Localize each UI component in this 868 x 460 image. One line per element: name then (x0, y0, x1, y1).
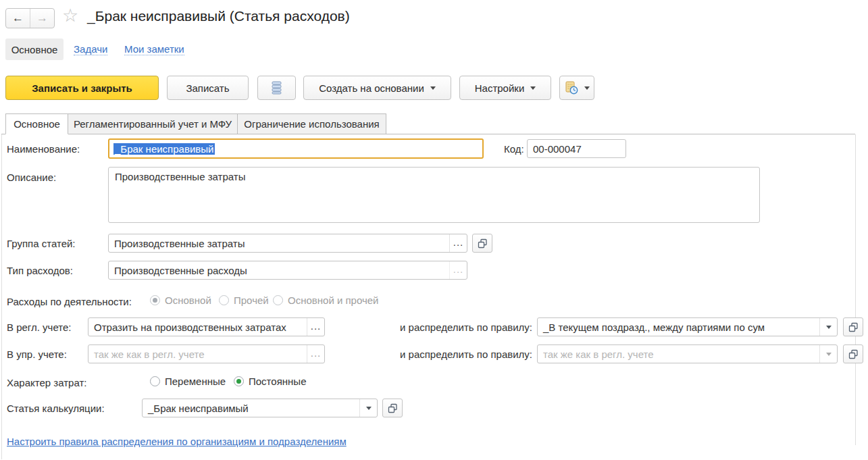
reg-rule-dropdown-button[interactable] (819, 318, 837, 336)
name-input[interactable]: _Брак неисправивый (108, 138, 484, 159)
radio-circle-icon (150, 376, 160, 386)
radio-circle-icon (219, 295, 229, 305)
radio-label: Основной (165, 295, 211, 306)
code-value: 00-000047 (533, 143, 582, 155)
radio-fixed-costs[interactable]: Постоянные (234, 375, 306, 387)
dropdown-arrow-icon (366, 407, 372, 410)
dropdown-caret-icon (430, 86, 436, 90)
calculation-item-label: Статья калькуляции: (7, 403, 105, 414)
open-icon (848, 322, 859, 332)
dropdown-caret-icon (584, 86, 590, 90)
ellipsis-icon: ... (311, 320, 322, 332)
expense-type-combo[interactable]: Производственные расходы ... (108, 261, 467, 280)
radio-label: Переменные (165, 376, 226, 387)
group-combo[interactable]: Производственные затраты ... (108, 234, 467, 253)
radio-label: Постоянные (249, 376, 306, 387)
reg-rule-combo[interactable]: _В текущем поздразд., между партиями по … (537, 317, 838, 336)
calculation-item-dropdown-button[interactable] (359, 399, 377, 417)
activity-expenses-label: Расходы по деятельности: (7, 296, 132, 307)
name-label: Наименование: (7, 143, 80, 155)
form-tab-usage-restriction[interactable]: Ограничение использования (237, 113, 386, 134)
dropdown-arrow-icon (826, 353, 832, 356)
nav-tab-main[interactable]: Основное (5, 39, 63, 60)
document-history-icon (565, 81, 578, 95)
group-value: Производственные затраты (109, 234, 449, 252)
ellipsis-icon: ... (453, 236, 464, 248)
back-button[interactable]: ← (6, 9, 30, 28)
radio-circle-icon (234, 376, 244, 386)
save-and-close-button[interactable]: Записать и закрыть (5, 76, 159, 100)
description-label: Описание: (7, 172, 56, 183)
mgmt-rule-label: и распределить по правилу: (400, 349, 532, 360)
radio-variable-costs[interactable]: Переменные (150, 375, 226, 387)
calculation-item-value: _Брак неисправимый (143, 399, 359, 417)
settings-label: Настройки (475, 82, 525, 94)
mgmt-accounting-choice-button[interactable]: ... (307, 345, 324, 363)
code-label: Код: (504, 143, 524, 155)
history-nav-buttons: ← → (5, 8, 55, 28)
expense-type-label: Тип расходов: (7, 265, 73, 276)
form-left-border (1, 134, 2, 459)
group-label: Группа статей: (7, 238, 76, 249)
reg-accounting-combo[interactable]: Отразить на производственных затратах ..… (88, 317, 325, 336)
forward-button[interactable]: → (30, 9, 54, 28)
change-history-button[interactable] (559, 76, 594, 100)
code-input[interactable]: 00-000047 (527, 139, 626, 158)
group-choice-button[interactable]: ... (449, 234, 467, 252)
description-textarea[interactable]: Производственные затраты (108, 167, 760, 223)
open-icon (478, 238, 488, 249)
expense-type-value: Производственные расходы (109, 261, 449, 279)
mgmt-rule-combo[interactable]: так же как в регл. учете (537, 344, 838, 363)
register-records-icon (271, 81, 282, 95)
description-value: Производственные затраты (115, 171, 245, 182)
group-open-button[interactable] (472, 234, 492, 253)
nav-link-my-notes[interactable]: Мои заметки (124, 43, 184, 55)
calculation-item-open-button[interactable] (382, 399, 403, 417)
page-title: _Брак неисправивый (Статья расходов) (87, 8, 350, 24)
radio-activity-main: Основной (150, 294, 211, 306)
create-based-on-button[interactable]: Создать на основании (303, 76, 451, 100)
dropdown-caret-icon (530, 86, 536, 90)
save-button[interactable]: Записать (167, 76, 249, 100)
settings-button[interactable]: Настройки (459, 76, 551, 100)
ellipsis-icon: ... (453, 263, 464, 275)
favorite-star-icon[interactable]: ☆ (62, 5, 78, 26)
mgmt-rule-placeholder: так же как в регл. учете (538, 345, 819, 363)
reg-accounting-choice-button[interactable]: ... (307, 318, 324, 336)
open-icon (388, 403, 398, 413)
reg-rule-label: и распределить по правилу: (400, 322, 532, 333)
form-tab-regulated-accounting[interactable]: Регламентированный учет и МФУ (68, 113, 238, 134)
mgmt-rule-dropdown-button[interactable] (819, 345, 837, 363)
radio-circle-icon (273, 295, 283, 305)
radio-label: Основной и прочей (288, 295, 379, 306)
calculation-item-combo[interactable]: _Брак неисправимый (142, 399, 378, 417)
mgmt-accounting-placeholder: так же как в регл. учете (88, 345, 307, 363)
reg-accounting-value: Отразить на производственных затратах (88, 318, 307, 336)
mgmt-rule-open-button[interactable] (843, 344, 863, 363)
expense-item-form: ← → ☆ _Брак неисправивый (Статья расходо… (0, 0, 868, 460)
radio-label: Прочей (234, 295, 269, 306)
form-tab-main[interactable]: Основное (5, 113, 68, 134)
ellipsis-icon: ... (311, 347, 322, 359)
reg-rule-open-button[interactable] (843, 317, 863, 336)
cost-nature-label: Характер затрат: (7, 377, 86, 388)
form-right-border (855, 134, 856, 445)
setup-distribution-rules-link[interactable]: Настроить правила распределения по орган… (7, 436, 347, 447)
reg-accounting-label: В регл. учете: (7, 322, 71, 333)
mgmt-accounting-combo[interactable]: так же как в регл. учете ... (88, 344, 325, 363)
expense-type-choice-button: ... (449, 261, 467, 279)
radio-activity-other: Прочей (219, 294, 269, 306)
reg-rule-value: _В текущем поздразд., между партиями по … (538, 318, 819, 336)
register-records-button[interactable] (257, 76, 296, 100)
nav-link-tasks[interactable]: Задачи (74, 43, 107, 55)
radio-circle-icon (150, 295, 160, 305)
open-icon (848, 349, 859, 359)
create-based-on-label: Создать на основании (319, 82, 424, 94)
name-input-selected-text: _Брак неисправивый (113, 143, 215, 155)
dropdown-arrow-icon (826, 326, 832, 329)
mgmt-accounting-label: В упр. учете: (7, 349, 67, 360)
radio-activity-main-and-other: Основной и прочей (273, 294, 379, 306)
